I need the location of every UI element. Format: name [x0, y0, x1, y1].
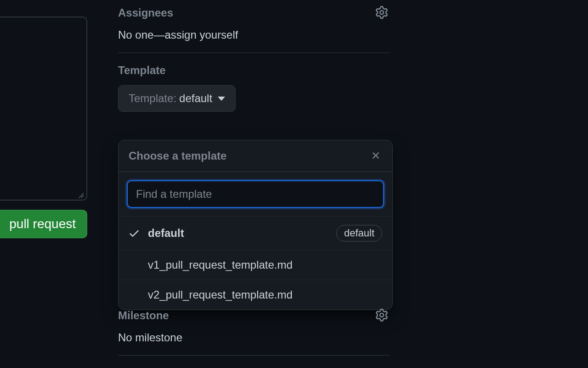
check-icon [127, 227, 141, 239]
template-selector-button[interactable]: Template: default [118, 85, 236, 112]
popover-header: Choose a template [119, 140, 392, 172]
milestone-none-text: No milestone [118, 331, 182, 344]
template-section: Template Template: default [118, 64, 389, 123]
svg-line-0 [79, 193, 84, 198]
assignees-title: Assignees [118, 6, 173, 19]
milestone-body: No milestone [118, 331, 389, 344]
milestone-title: Milestone [118, 309, 169, 322]
milestone-header: Milestone [118, 308, 389, 323]
assignees-header: Assignees [118, 6, 389, 20]
gear-icon [375, 309, 388, 323]
create-pull-request-label: pull request [9, 217, 76, 231]
template-option-label: default [148, 227, 330, 240]
sidebar: Assignees No one—assign yourself Templat… [118, 6, 389, 134]
template-option-default[interactable]: default default [119, 217, 392, 250]
create-pull-request-button[interactable]: pull request [0, 210, 87, 238]
template-option-v1[interactable]: v1_pull_request_template.md [119, 250, 392, 280]
template-header: Template [118, 64, 389, 77]
assign-yourself-link[interactable]: assign yourself [164, 29, 238, 41]
template-title: Template [118, 64, 166, 77]
milestone-settings-button[interactable] [374, 308, 389, 323]
caret-down-icon [218, 97, 225, 101]
template-list: default default v1_pull_request_template… [119, 217, 392, 310]
popover-title: Choose a template [129, 150, 226, 162]
default-badge: default [336, 225, 382, 242]
popover-search-wrap [119, 172, 392, 217]
template-selector-value: default [179, 92, 212, 105]
assignees-settings-button[interactable] [374, 6, 389, 20]
template-option-label: v1_pull_request_template.md [148, 259, 382, 271]
assignees-none-text: No one— [118, 29, 164, 41]
milestone-area: Milestone No milestone [118, 308, 389, 367]
template-option-v2[interactable]: v2_pull_request_template.md [119, 280, 392, 310]
resize-handle-icon [78, 192, 85, 199]
description-textarea[interactable] [0, 17, 87, 201]
template-search-input[interactable] [127, 180, 384, 208]
milestone-section: Milestone No milestone [118, 308, 389, 356]
template-popover: Choose a template default default v1_pul… [118, 140, 393, 310]
popover-close-button[interactable] [369, 150, 382, 162]
assignees-body: No one—assign yourself [118, 29, 389, 41]
close-icon [370, 150, 381, 162]
template-option-label: v2_pull_request_template.md [148, 288, 382, 301]
assignees-section: Assignees No one—assign yourself [118, 6, 389, 53]
template-selector-label: Template: [129, 92, 176, 105]
gear-icon [375, 6, 388, 20]
svg-line-1 [81, 196, 84, 198]
